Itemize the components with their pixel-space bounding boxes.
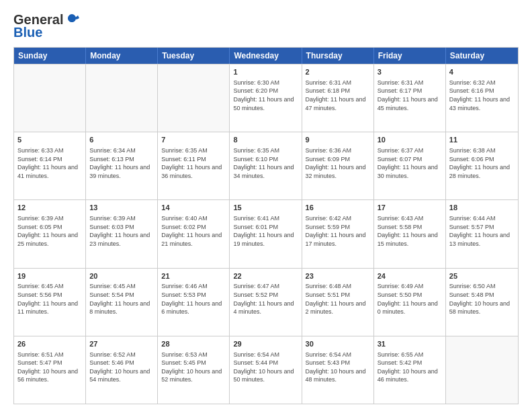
day-cell-22: 22Sunrise: 6:47 AM Sunset: 5:52 PM Dayli…: [230, 269, 302, 336]
day-info: Sunrise: 6:35 AM Sunset: 6:10 PM Dayligh…: [233, 146, 298, 180]
day-info: Sunrise: 6:35 AM Sunset: 6:11 PM Dayligh…: [161, 146, 226, 180]
day-cell-31: 31Sunrise: 6:55 AM Sunset: 5:42 PM Dayli…: [374, 336, 446, 404]
day-cell-28: 28Sunrise: 6:53 AM Sunset: 5:45 PM Dayli…: [158, 336, 230, 404]
day-cell-13: 13Sunrise: 6:39 AM Sunset: 6:03 PM Dayli…: [86, 200, 158, 267]
day-cell-9: 9Sunrise: 6:36 AM Sunset: 6:09 PM Daylig…: [302, 132, 374, 199]
day-number: 17: [378, 203, 442, 213]
day-cell-24: 24Sunrise: 6:49 AM Sunset: 5:50 PM Dayli…: [374, 269, 446, 336]
day-info: Sunrise: 6:34 AM Sunset: 6:13 PM Dayligh…: [89, 146, 154, 180]
day-number: 28: [161, 339, 226, 349]
day-info: Sunrise: 6:30 AM Sunset: 6:20 PM Dayligh…: [233, 79, 298, 112]
day-info: Sunrise: 6:39 AM Sunset: 6:05 PM Dayligh…: [17, 214, 82, 248]
day-cell-26: 26Sunrise: 6:51 AM Sunset: 5:47 PM Dayli…: [14, 336, 86, 404]
day-cell-2: 2Sunrise: 6:31 AM Sunset: 6:18 PM Daylig…: [302, 64, 374, 132]
day-header-saturday: Saturday: [446, 48, 518, 64]
page: General Blue SundayMondayTuesdayWednesda…: [0, 0, 532, 411]
day-info: Sunrise: 6:48 AM Sunset: 5:51 PM Dayligh…: [306, 282, 370, 316]
day-info: Sunrise: 6:33 AM Sunset: 6:14 PM Dayligh…: [17, 146, 82, 180]
day-info: Sunrise: 6:47 AM Sunset: 5:52 PM Dayligh…: [233, 282, 298, 316]
day-cell-12: 12Sunrise: 6:39 AM Sunset: 6:05 PM Dayli…: [14, 200, 86, 267]
calendar-week-1: 1Sunrise: 6:30 AM Sunset: 6:20 PM Daylig…: [14, 64, 518, 132]
day-info: Sunrise: 6:42 AM Sunset: 5:59 PM Dayligh…: [306, 214, 370, 248]
day-header-tuesday: Tuesday: [158, 48, 230, 64]
empty-cell: [14, 64, 86, 132]
day-number: 9: [306, 135, 370, 145]
day-info: Sunrise: 6:31 AM Sunset: 6:17 PM Dayligh…: [378, 79, 442, 112]
day-number: 8: [233, 135, 298, 145]
day-cell-20: 20Sunrise: 6:45 AM Sunset: 5:54 PM Dayli…: [86, 269, 158, 336]
day-cell-19: 19Sunrise: 6:45 AM Sunset: 5:56 PM Dayli…: [14, 269, 86, 336]
calendar-week-3: 12Sunrise: 6:39 AM Sunset: 6:05 PM Dayli…: [14, 199, 518, 267]
day-cell-5: 5Sunrise: 6:33 AM Sunset: 6:14 PM Daylig…: [14, 132, 86, 199]
day-info: Sunrise: 6:37 AM Sunset: 6:07 PM Dayligh…: [378, 146, 442, 180]
day-number: 20: [89, 271, 154, 281]
calendar: SundayMondayTuesdayWednesdayThursdayFrid…: [13, 47, 519, 404]
day-header-thursday: Thursday: [302, 48, 374, 64]
day-number: 2: [306, 67, 370, 77]
empty-cell: [86, 64, 158, 132]
day-number: 13: [89, 203, 154, 213]
day-number: 25: [449, 271, 515, 281]
day-header-friday: Friday: [374, 48, 446, 64]
day-cell-18: 18Sunrise: 6:44 AM Sunset: 5:57 PM Dayli…: [446, 200, 518, 267]
day-info: Sunrise: 6:40 AM Sunset: 6:02 PM Dayligh…: [161, 214, 226, 248]
day-info: Sunrise: 6:50 AM Sunset: 5:48 PM Dayligh…: [449, 282, 515, 316]
day-header-monday: Monday: [86, 48, 158, 64]
day-info: Sunrise: 6:45 AM Sunset: 5:56 PM Dayligh…: [17, 282, 82, 316]
day-number: 5: [17, 135, 82, 145]
day-cell-8: 8Sunrise: 6:35 AM Sunset: 6:10 PM Daylig…: [230, 132, 302, 199]
day-cell-10: 10Sunrise: 6:37 AM Sunset: 6:07 PM Dayli…: [374, 132, 446, 199]
calendar-body: 1Sunrise: 6:30 AM Sunset: 6:20 PM Daylig…: [14, 64, 518, 404]
day-number: 22: [233, 271, 298, 281]
header: General Blue: [13, 12, 519, 40]
day-info: Sunrise: 6:39 AM Sunset: 6:03 PM Dayligh…: [89, 214, 154, 248]
day-number: 4: [449, 67, 515, 77]
day-cell-30: 30Sunrise: 6:54 AM Sunset: 5:43 PM Dayli…: [302, 336, 374, 404]
day-header-sunday: Sunday: [14, 48, 86, 64]
day-number: 1: [233, 67, 298, 77]
day-number: 29: [233, 339, 298, 349]
empty-cell: [446, 336, 518, 404]
day-number: 24: [378, 271, 442, 281]
day-info: Sunrise: 6:52 AM Sunset: 5:46 PM Dayligh…: [89, 351, 154, 384]
calendar-week-2: 5Sunrise: 6:33 AM Sunset: 6:14 PM Daylig…: [14, 132, 518, 199]
day-number: 10: [378, 135, 442, 145]
day-number: 19: [17, 271, 82, 281]
day-cell-25: 25Sunrise: 6:50 AM Sunset: 5:48 PM Dayli…: [446, 269, 518, 336]
day-number: 11: [449, 135, 515, 145]
day-number: 27: [89, 339, 154, 349]
day-number: 16: [306, 203, 370, 213]
day-number: 7: [161, 135, 226, 145]
day-info: Sunrise: 6:45 AM Sunset: 5:54 PM Dayligh…: [89, 282, 154, 316]
calendar-week-5: 26Sunrise: 6:51 AM Sunset: 5:47 PM Dayli…: [14, 336, 518, 404]
day-info: Sunrise: 6:54 AM Sunset: 5:44 PM Dayligh…: [233, 351, 298, 384]
day-info: Sunrise: 6:46 AM Sunset: 5:53 PM Dayligh…: [161, 282, 226, 316]
day-number: 31: [378, 339, 442, 349]
logo-blue-text: Blue: [13, 25, 42, 40]
day-cell-15: 15Sunrise: 6:41 AM Sunset: 6:01 PM Dayli…: [230, 200, 302, 267]
day-info: Sunrise: 6:55 AM Sunset: 5:42 PM Dayligh…: [378, 351, 442, 384]
day-info: Sunrise: 6:31 AM Sunset: 6:18 PM Dayligh…: [306, 79, 370, 112]
day-number: 15: [233, 203, 298, 213]
logo-icon: [64, 13, 79, 28]
day-number: 26: [17, 339, 82, 349]
day-number: 12: [17, 203, 82, 213]
day-info: Sunrise: 6:43 AM Sunset: 5:58 PM Dayligh…: [378, 214, 442, 248]
day-info: Sunrise: 6:51 AM Sunset: 5:47 PM Dayligh…: [17, 351, 82, 384]
day-number: 30: [306, 339, 370, 349]
day-info: Sunrise: 6:38 AM Sunset: 6:06 PM Dayligh…: [449, 146, 515, 180]
day-cell-17: 17Sunrise: 6:43 AM Sunset: 5:58 PM Dayli…: [374, 200, 446, 267]
day-header-wednesday: Wednesday: [230, 48, 302, 64]
day-number: 3: [378, 67, 442, 77]
calendar-week-4: 19Sunrise: 6:45 AM Sunset: 5:56 PM Dayli…: [14, 268, 518, 336]
calendar-header: SundayMondayTuesdayWednesdayThursdayFrid…: [14, 48, 518, 64]
day-number: 18: [449, 203, 515, 213]
day-number: 14: [161, 203, 226, 213]
day-cell-27: 27Sunrise: 6:52 AM Sunset: 5:46 PM Dayli…: [86, 336, 158, 404]
empty-cell: [158, 64, 230, 132]
day-cell-3: 3Sunrise: 6:31 AM Sunset: 6:17 PM Daylig…: [374, 64, 446, 132]
day-number: 23: [306, 271, 370, 281]
day-cell-23: 23Sunrise: 6:48 AM Sunset: 5:51 PM Dayli…: [302, 269, 374, 336]
day-cell-7: 7Sunrise: 6:35 AM Sunset: 6:11 PM Daylig…: [158, 132, 230, 199]
day-info: Sunrise: 6:44 AM Sunset: 5:57 PM Dayligh…: [449, 214, 515, 248]
